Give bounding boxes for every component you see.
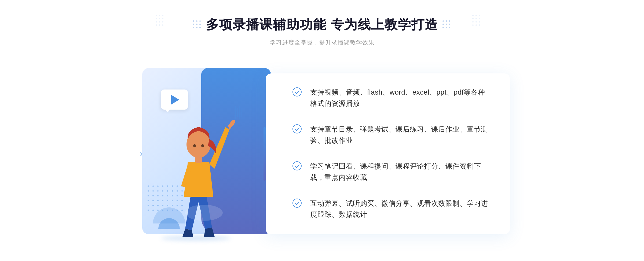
subtitle-text: 学习进度全掌握，提升录播课教学效果	[193, 39, 451, 47]
feature-item-4: 互动弹幕、试听购买、微信分享、观看次数限制、学习进度跟踪、数据统计	[292, 198, 488, 220]
main-title: 多项录播课辅助功能 专为线上教学打造	[193, 16, 451, 33]
person-svg	[161, 95, 236, 245]
illustration-section	[126, 63, 276, 245]
feature-text-2: 支持章节目录、弹题考试、课后练习、课后作业、章节测验、批改作业	[310, 124, 488, 146]
feature-item-2: 支持章节目录、弹题考试、课后练习、课后作业、章节测验、批改作业	[292, 124, 488, 146]
svg-point-4	[185, 205, 223, 221]
vert-line-2	[237, 108, 238, 117]
features-section: 支持视频、音频、flash、word、excel、ppt、pdf等各种格式的资源…	[266, 73, 510, 234]
check-circle-4	[292, 199, 302, 208]
title-text: 多项录播课辅助功能 专为线上教学打造	[206, 16, 438, 33]
check-circle-1	[292, 87, 302, 96]
svg-point-3	[201, 144, 204, 147]
dots-decoration-left	[156, 15, 172, 31]
svg-point-2	[193, 144, 196, 147]
title-dots-left	[193, 20, 202, 29]
dots-decoration-right	[472, 15, 488, 31]
content-area: »	[134, 63, 510, 245]
check-icon-4	[292, 199, 302, 208]
title-dots-right	[442, 20, 451, 29]
vert-line-4	[241, 108, 241, 117]
feature-text-1: 支持视频、音频、flash、word、excel、ppt、pdf等各种格式的资源…	[310, 87, 488, 109]
check-circle-3	[292, 161, 302, 170]
vert-line-3	[239, 106, 240, 119]
feature-item-1: 支持视频、音频、flash、word、excel、ppt、pdf等各种格式的资源…	[292, 87, 488, 109]
feature-text-3: 学习笔记回看、课程提问、课程评论打分、课件资料下载，重点内容收藏	[310, 161, 488, 183]
features-left-bar	[264, 127, 266, 181]
check-icon-1	[292, 87, 302, 97]
check-circle-2	[292, 124, 302, 133]
person-figure	[161, 95, 236, 245]
page-wrapper: 多项录播课辅助功能 专为线上教学打造 学习进度全掌握，提升录播课教学效果 »	[0, 0, 644, 261]
check-icon-2	[292, 124, 302, 134]
feature-item-3: 学习笔记回看、课程提问、课程评论打分、课件资料下载，重点内容收藏	[292, 161, 488, 183]
header-section: 多项录播课辅助功能 专为线上教学打造 学习进度全掌握，提升录播课教学效果	[193, 16, 451, 47]
check-icon-3	[292, 161, 302, 171]
feature-text-4: 互动弹幕、试听购买、微信分享、观看次数限制、学习进度跟踪、数据统计	[310, 198, 488, 220]
